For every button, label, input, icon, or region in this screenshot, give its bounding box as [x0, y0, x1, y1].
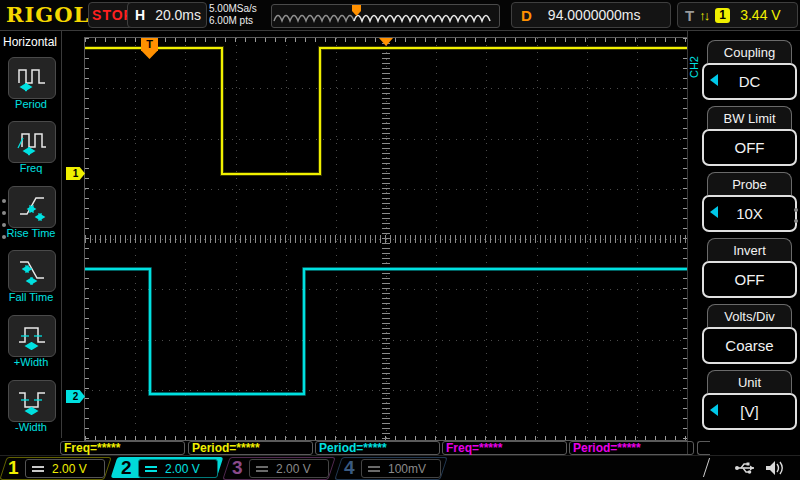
ch2-trace	[85, 269, 687, 394]
ch1-ground-marker[interactable]: 1	[66, 167, 85, 180]
right-menu-divider	[687, 30, 688, 455]
waveform-display-grid: T	[84, 37, 688, 441]
right-menu-channel-label: CH2	[688, 56, 700, 78]
measurement-slot[interactable]: Period=*****	[569, 441, 694, 455]
menu-page-dot	[794, 219, 798, 223]
ch1-scale: 2.00 V	[52, 462, 87, 476]
preview-wave-dim	[274, 16, 354, 22]
period-button[interactable]	[8, 57, 56, 99]
invert-label: Invert	[707, 238, 792, 261]
freq-icon	[16, 128, 48, 156]
submenu-arrow-icon	[710, 404, 718, 416]
trigger-level-value: 3.44 V	[740, 7, 780, 23]
menu-page-dot	[2, 199, 6, 203]
softkey-coupling[interactable]: Coupling DC	[702, 40, 797, 100]
plus-width-button[interactable]	[8, 315, 56, 357]
softkey-probe[interactable]: Probe 10X	[702, 172, 797, 232]
left-menu-title: Horizontal	[3, 35, 57, 49]
beeper-icon	[764, 459, 784, 477]
rise-time-button[interactable]	[8, 186, 56, 228]
minus-width-button[interactable]	[8, 380, 56, 422]
plus-width-icon	[16, 322, 48, 350]
ch2-scale: 2.00 V	[165, 462, 200, 476]
delay-value: 94.0000000ms	[548, 7, 641, 23]
minus-width-label: -Width	[0, 421, 62, 433]
ch1-trace	[85, 48, 687, 174]
submenu-arrow-icon	[710, 206, 718, 218]
left-menu-divider	[61, 30, 62, 438]
dc-coupling-icon	[145, 466, 157, 472]
rigol-logo: RIGOL	[6, 2, 89, 27]
menu-page-dot	[794, 208, 798, 212]
fall-time-icon	[16, 257, 48, 285]
trigger-slope-icon: ↑↓	[699, 8, 708, 23]
ch3-scale: 2.00 V	[276, 462, 311, 476]
submenu-arrow-icon	[710, 74, 718, 86]
menu-page-dot	[2, 211, 6, 215]
softkey-volts-div[interactable]: Volts/Div Coarse	[702, 304, 797, 364]
fall-time-button[interactable]	[8, 250, 56, 292]
freq-label: Freq	[0, 162, 62, 174]
top-status-bar: RIGOL STOP H 20.0ms 5.00MSa/s 6.00M pts …	[0, 0, 800, 31]
sample-rate: 5.00MSa/s	[209, 3, 257, 15]
volts-div-value: Coarse	[725, 337, 773, 354]
ch2-number[interactable]: 2	[121, 457, 132, 479]
ch1-number[interactable]: 1	[8, 457, 19, 479]
dc-coupling-icon	[368, 466, 380, 472]
freq-button[interactable]	[8, 121, 56, 163]
measurement-slot[interactable]: Period=*****	[315, 441, 440, 455]
ch4-scale-box[interactable]: 100mV	[361, 459, 441, 478]
ch2-ground-marker[interactable]: 2	[66, 390, 85, 403]
oscilloscope-screen: RIGOL STOP H 20.0ms 5.00MSa/s 6.00M pts …	[0, 0, 800, 480]
softkey-invert[interactable]: Invert OFF	[702, 238, 797, 298]
probe-label: Probe	[707, 172, 792, 195]
period-icon	[16, 64, 48, 92]
coupling-value: DC	[739, 73, 761, 90]
memory-depth: 6.00M pts	[209, 15, 257, 27]
preview-wave-bright	[354, 16, 490, 22]
delay-box: D 94.0000000ms	[511, 2, 671, 28]
bw-limit-label: BW Limit	[707, 106, 792, 129]
timebase-value: 20.0ms	[155, 7, 201, 23]
minus-width-icon	[16, 387, 48, 415]
measurement-slot[interactable]: Period=*****	[188, 441, 313, 455]
coupling-label: Coupling	[707, 40, 792, 63]
usb-icon	[734, 461, 758, 475]
ch2-scale-box[interactable]: 2.00 V	[138, 459, 218, 478]
ch4-number[interactable]: 4	[344, 457, 355, 479]
h-label: H	[135, 7, 145, 23]
probe-value: 10X	[736, 205, 763, 222]
horizontal-timebase-box: H 20.0ms	[127, 2, 207, 28]
period-label: Period	[0, 98, 62, 110]
dc-coupling-icon	[32, 466, 44, 472]
softkey-bw-limit[interactable]: BW Limit OFF	[702, 106, 797, 166]
d-label: D	[521, 7, 532, 24]
acquisition-info: 5.00MSa/s 6.00M pts	[209, 3, 257, 27]
trigger-source-badge: 1	[715, 8, 730, 23]
measurement-slot[interactable]: Freq=*****	[60, 441, 185, 455]
unit-value: [V]	[740, 403, 758, 420]
measurement-slot[interactable]: Freq=*****	[442, 441, 567, 455]
ch3-number[interactable]: 3	[232, 457, 243, 479]
trigger-status-box: T ↑↓ 1 3.44 V	[677, 2, 798, 28]
rise-time-icon	[16, 193, 48, 221]
menu-page-dot	[2, 235, 6, 239]
channel-status-bar: 1 2.00 V 2 2.00 V 3 2.00 V	[0, 455, 800, 480]
bw-limit-value: OFF	[735, 139, 765, 156]
plus-width-label: +Width	[0, 356, 62, 368]
ch4-scale: 100mV	[388, 462, 426, 476]
rise-time-label: Rise Time	[0, 227, 62, 239]
horizontal-measure-menu: Horizontal Period Freq Rise Time	[0, 30, 62, 455]
delay-position-marker[interactable]	[379, 38, 393, 46]
ch2-trace-fuzz	[85, 269, 687, 394]
softkey-unit[interactable]: Unit [V]	[702, 370, 797, 430]
invert-value: OFF	[735, 271, 765, 288]
status-separator	[703, 458, 710, 477]
fall-time-label: Fall Time	[0, 291, 62, 303]
waveform-overview-bar[interactable]	[271, 4, 500, 28]
ch1-scale-box[interactable]: 2.00 V	[25, 459, 105, 478]
ch3-scale-box[interactable]: 2.00 V	[249, 459, 329, 478]
ch1-trace-fuzz	[85, 48, 687, 174]
measurement-slot-empty	[697, 441, 710, 455]
menu-page-dot	[2, 223, 6, 227]
